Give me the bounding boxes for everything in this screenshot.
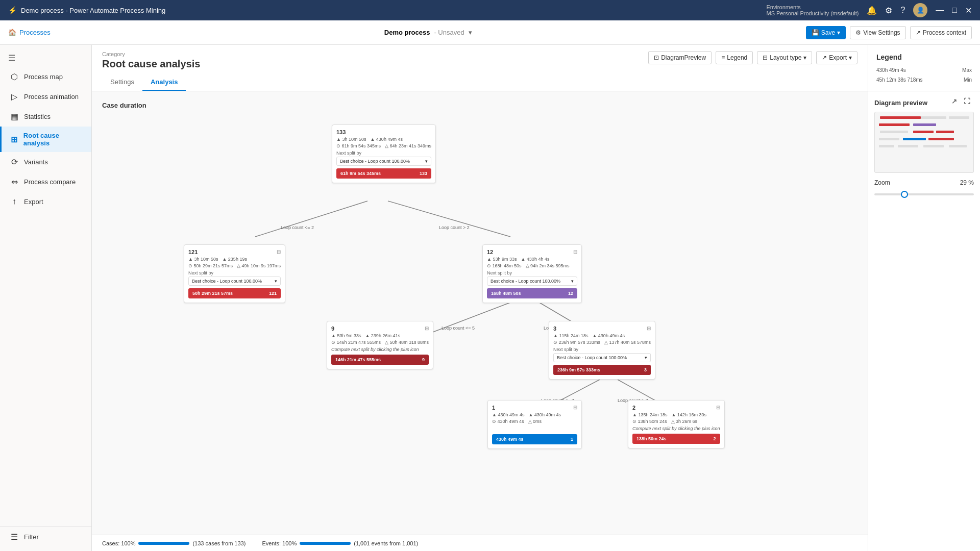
help-icon[interactable]: ? [900,6,905,15]
save-button[interactable]: 💾 Save ▾ [806,26,846,39]
status-bar: Cases: 100% (133 cases from 133) Events:… [92,535,868,551]
left-bar[interactable]: 50h 29m 21s 57ms 121 [188,288,281,298]
left-filter-icon[interactable]: ⊟ [277,249,281,255]
tree-container: Loop count <= 2 Loop count > 2 Loop coun… [102,114,857,535]
environment-label: Environments MS Personal Productivity (m… [766,4,859,16]
category-label: Category [102,51,200,57]
top-bar-left: ⚡ Demo process - Power Automate Process … [8,6,165,14]
bottom-left-bar[interactable]: 430h 49m 4s 1 [492,434,577,444]
save-dropdown-icon[interactable]: ▾ [837,29,840,36]
zoom-slider[interactable] [874,193,974,195]
right-split-dropdown[interactable]: Best choice - Loop count 100.00%▾ [487,277,577,286]
close-icon[interactable]: ✕ [965,6,972,15]
avatar[interactable]: 👤 [913,3,927,17]
legend-min-value: 45h 12m 38s 718ms [876,77,923,83]
minimize-icon[interactable]: — [936,6,944,15]
compute-text-mid-left: Compute next split by clicking the plus … [331,347,429,352]
cases-label: Cases: 100% [102,540,135,546]
case-duration-label: Case duration [102,102,857,109]
layout-type-icon: ⊟ [763,54,768,61]
layout-type-chevron: ▾ [803,54,806,61]
events-status: Events: 100% (1,001 events from 1,001) [262,540,418,546]
chevron-down-icon[interactable]: ▾ [469,29,472,36]
sidebar-item-process-map[interactable]: ⬡ Process map [0,67,91,87]
sidebar-item-process-compare[interactable]: ⇔ Process compare [0,172,91,192]
sidebar-item-filter[interactable]: ☰ Filter [0,527,91,547]
unsaved-label: - Unsaved [434,29,464,36]
mid-left-bar[interactable]: 146h 21m 47s 555ms 9 [331,355,429,365]
sidebar-item-statistics[interactable]: ▦ Statistics [0,107,91,127]
events-detail: (1,001 events from 1,001) [354,540,418,546]
mid-left-filter-icon[interactable]: ⊟ [425,325,429,331]
left-node: ⊟ 121 ▲ 3h 10m 50s ▲ 235h 19s ⊙ 50h 29m … [184,244,285,303]
expand-icon[interactable]: ↗ [951,97,962,108]
zoom-section: Zoom 29 % [874,179,974,197]
compute-text-bottom-right: Compute next split by clicking the plus … [632,426,720,431]
legend-panel: Legend 430h 49m 4s Max 45h 12m 38s 718ms… [868,45,980,91]
processes-nav[interactable]: 🏠 Processes [8,29,51,36]
cases-progress-bar [138,542,189,545]
diagram-preview-button[interactable]: ⊡ DiagramPreview [648,51,712,64]
sidebar-item-process-animation[interactable]: ▷ Process animation [0,87,91,107]
mid-right-bar[interactable]: 236h 9m 57s 333ms 3 [553,365,651,375]
svg-text:Loop count <= 5: Loop count <= 5 [442,325,475,331]
legend-button[interactable]: ≡ Legend [716,51,753,64]
layout-type-button[interactable]: ⊟ Layout type ▾ [757,51,812,64]
right-bar[interactable]: 168h 48m 50s 12 [487,288,577,298]
sidebar-item-label: Export [24,198,43,206]
right-filter-icon[interactable]: ⊟ [573,249,577,255]
right-panel: Legend 430h 49m 4s Max 45h 12m 38s 718ms… [868,45,980,551]
page-title: Root cause analysis [102,58,200,70]
mid-right-split-dropdown[interactable]: Best choice - Loop count 100.00%▾ [553,353,651,362]
legend-icon: ≡ [721,54,725,61]
cases-detail: (133 cases from 133) [192,540,246,546]
filter-icon: ☰ [10,532,19,542]
zoom-label: Zoom 29 % [874,179,974,186]
events-progress-bar [300,542,351,545]
processes-label[interactable]: Processes [19,29,51,36]
tab-bar: Settings Analysis [102,74,857,91]
top-bar-right: Environments MS Personal Productivity (m… [766,3,972,17]
sidebar-item-variants[interactable]: ⟳ Variants [0,152,91,172]
root-split-dropdown[interactable]: Best choice - Loop count 100.00%▾ [336,157,431,166]
bottom-right-filter-icon[interactable]: ⊟ [716,405,720,410]
mid-left-node: ⊟ 9 ▲ 53h 9m 33s ▲ 239h 26m 41s ⊙ 146h 2… [327,321,433,369]
mid-right-node: ⊟ 3 ▲ 115h 24m 18s ▲ 430h 49m 4s ⊙ 236h … [549,321,655,380]
sidebar-item-export[interactable]: ↑ Export [0,192,91,211]
left-split-dropdown[interactable]: Best choice - Loop count 100.00%▾ [188,277,281,286]
process-map-icon: ⬡ [10,72,19,82]
tab-settings[interactable]: Settings [102,74,142,91]
variants-icon: ⟳ [10,157,19,167]
settings-icon[interactable]: ⚙ [885,6,892,15]
dp-actions: ↗ ⛶ [951,97,974,108]
main-layout: ☰ ⬡ Process map ▷ Process animation ▦ St… [0,45,980,551]
svg-text:Loop count <= 2: Loop count <= 2 [281,225,314,230]
sidebar-item-label: Process compare [24,178,76,186]
tab-analysis[interactable]: Analysis [142,74,186,91]
sidebar-item-root-cause-analysis[interactable]: ⊞ Root cause analysis [0,127,91,152]
save-icon: 💾 [812,29,819,36]
statistics-icon: ▦ [10,112,19,121]
mid-right-filter-icon[interactable]: ⊟ [647,325,651,331]
bottom-right-bar[interactable]: 138h 50m 24s 2 [632,434,720,444]
process-animation-icon: ▷ [10,92,19,102]
svg-line-0 [255,201,368,237]
fullscreen-icon[interactable]: ⛶ [964,97,974,108]
bottom-left-node: ⊟ 1 ▲ 430h 49m 4s ▲ 430h 49m 4s ⊙ 430h 4… [487,400,582,449]
export-header-icon: ↗ [822,54,827,61]
sidebar-hamburger[interactable]: ☰ [0,49,91,67]
export-button[interactable]: ↗ Export ▾ [816,51,857,64]
root-bar[interactable]: 61h 9m 54s 345ms 133 [336,168,431,179]
title-section: Category Root cause analysis [102,51,200,74]
view-settings-button[interactable]: ⚙ View Settings [850,26,906,39]
restore-icon[interactable]: □ [952,6,957,15]
notifications-icon[interactable]: 🔔 [867,6,877,15]
header-right: ⊡ DiagramPreview ≡ Legend ⊟ Layout type … [648,51,857,64]
dp-canvas [874,112,974,173]
root-node: 133 ▲ 3h 10m 50s ▲ 430h 49m 4s ⊙ 61h 9m … [332,124,436,183]
canvas-area[interactable]: Case duration Loop count <= 2 Loop count… [92,91,868,535]
home-icon: 🏠 [8,29,16,36]
legend-max-text: Max [962,67,972,73]
process-context-button[interactable]: ↗ Process context [910,26,972,39]
bottom-left-filter-icon[interactable]: ⊟ [573,405,577,410]
